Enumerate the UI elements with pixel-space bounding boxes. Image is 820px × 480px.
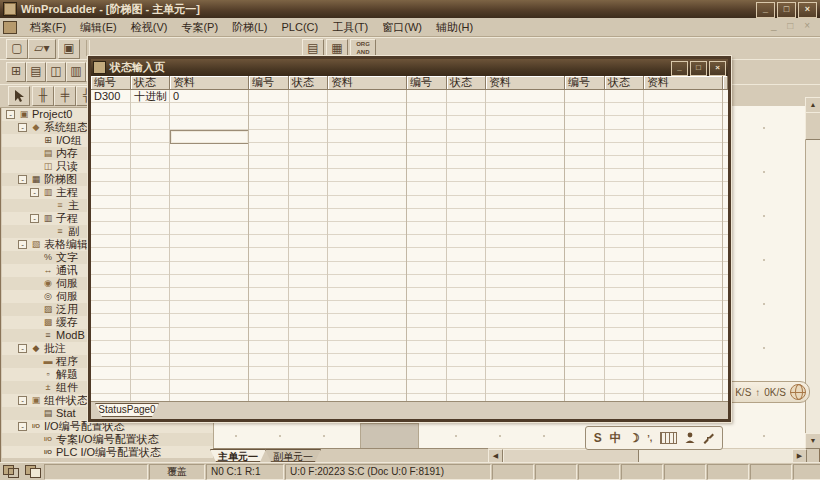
soft-keyboard-icon[interactable] [660, 432, 677, 444]
project-icon: ▣ [18, 108, 30, 121]
window-status-icon[interactable] [25, 465, 41, 477]
menu-items: 档案(F)编辑(E)检视(V)专案(P)阶梯(L)PLC(C)工具(T)窗口(W… [23, 19, 480, 36]
main-program-button[interactable]: ▥ [66, 62, 86, 82]
tree-toggle [30, 162, 39, 171]
child-close-button[interactable]: × [709, 61, 726, 76]
menu-item-4[interactable]: 专案(P) [174, 19, 225, 36]
tree-item[interactable]: I/O专案I/O编号配置状态 [2, 433, 213, 446]
child-minimize-button[interactable]: _ [671, 61, 688, 76]
ime-fullwidth-icon[interactable]: ☽ [629, 431, 640, 445]
close-button[interactable]: × [798, 2, 817, 18]
column-header-编号[interactable]: 编号 [91, 76, 131, 90]
menu-item-9[interactable]: 辅助(H) [429, 19, 480, 36]
column-header-状态[interactable]: 状态 [289, 76, 328, 90]
status-segment-empty [492, 464, 534, 480]
pointer-tool-button[interactable] [8, 86, 30, 106]
table-cell-value[interactable]: 0 [173, 90, 179, 103]
table-column [486, 90, 565, 402]
person-icon[interactable] [685, 432, 695, 444]
menu-item-2[interactable]: 编辑(E) [73, 19, 124, 36]
ime-punctuation-toggle[interactable]: ’, [647, 433, 652, 443]
tree-item-label: 组件状态 [44, 394, 88, 407]
column-header-状态[interactable]: 状态 [605, 76, 644, 90]
tree-toggle [42, 201, 51, 210]
io-config-button[interactable]: ⊞ [6, 62, 26, 82]
column-header-编号[interactable]: 编号 [407, 76, 447, 90]
column-header-资料[interactable]: 资料 [328, 76, 407, 90]
tree-item-label: 主 [68, 199, 79, 212]
wrench-icon[interactable] [702, 432, 714, 444]
menu-item-8[interactable]: 窗口(W) [375, 19, 429, 36]
tree-item-label: 系统组态 [44, 121, 88, 134]
tree-toggle [30, 292, 39, 301]
status-table-body[interactable]: D300十进制0 [91, 90, 728, 402]
child-maximize-button[interactable]: □ [690, 61, 707, 76]
status-segment-empty [535, 464, 577, 480]
menu-item-1[interactable]: 档案(F) [23, 19, 73, 36]
tree-item-label: 表格编辑 [44, 238, 88, 251]
readonly-button[interactable]: ◫ [46, 62, 66, 82]
table-column [289, 90, 328, 402]
tab-sub-unit[interactable]: 副单元一 [265, 449, 321, 462]
menu-item-6[interactable]: PLC(C) [275, 19, 326, 36]
ime-language-toggle[interactable]: 中 [609, 430, 621, 447]
tree-item-label: 解题 [56, 368, 78, 381]
menu-bar: 档案(F)编辑(E)检视(V)专案(P)阶梯(L)PLC(C)工具(T)窗口(W… [0, 18, 820, 37]
vertical-scrollbar-thumb[interactable] [805, 112, 820, 140]
save-button[interactable]: ▣ [58, 39, 80, 59]
column-header-编号[interactable]: 编号 [249, 76, 289, 90]
scroll-down-button[interactable]: ▼ [805, 433, 820, 449]
column-header-状态[interactable]: 状态 [131, 76, 170, 90]
ime-logo-icon[interactable]: S [594, 431, 602, 445]
tree-item-label: PLC I/O编号配置状态 [56, 446, 161, 458]
open-file-button[interactable]: ▱▾ [28, 39, 56, 59]
plc-connection-icon[interactable] [3, 465, 19, 477]
status-window-titlebar[interactable]: 状态输入页 _ □ × [91, 59, 728, 76]
contact-no-tool-button[interactable]: ╫ [32, 86, 54, 106]
tree-item-label: 批注 [44, 342, 66, 355]
new-file-button[interactable]: ▢ [6, 39, 28, 59]
tree-toggle[interactable]: - [18, 240, 27, 249]
general-table-icon: ▨ [42, 303, 54, 316]
tree-toggle[interactable]: - [30, 188, 39, 197]
program-page-icon: ≡ [54, 225, 66, 238]
net-down-label: K/S [735, 387, 751, 398]
table-column [447, 90, 486, 402]
contact-nc-tool-button[interactable]: ╪ [54, 86, 76, 106]
table-cell-value[interactable]: 十进制 [134, 90, 167, 103]
table-cell-value[interactable]: D300 [94, 90, 120, 103]
tree-toggle[interactable]: - [30, 214, 39, 223]
table-column [565, 90, 605, 402]
tree-toggle[interactable]: - [18, 344, 27, 353]
sub-program-icon: ▥ [42, 212, 54, 225]
tree-item[interactable]: I/OPLC I/O编号配置状态 [2, 446, 213, 458]
tree-toggle[interactable]: - [18, 175, 27, 184]
memory-button[interactable]: ▤ [26, 62, 46, 82]
minimize-button[interactable]: _ [756, 2, 775, 18]
scroll-up-button[interactable]: ▲ [805, 97, 820, 113]
column-header-状态[interactable]: 状态 [447, 76, 486, 90]
tree-toggle [30, 266, 39, 275]
status-segment-empty [793, 464, 820, 480]
tree-toggle[interactable]: - [18, 123, 27, 132]
ime-toolbar[interactable]: S 中 ☽ ’, [585, 426, 723, 450]
maximize-button[interactable]: □ [777, 2, 796, 18]
column-header-资料[interactable]: 资料 [486, 76, 565, 90]
column-header-编号[interactable]: 编号 [565, 76, 605, 90]
tab-main-unit[interactable]: 主单元一 [210, 449, 266, 462]
tree-item-label: 通讯 [56, 264, 78, 277]
tree-item-label: 伺服 [56, 290, 78, 303]
globe-icon[interactable] [790, 384, 806, 400]
column-header-资料[interactable]: 资料 [170, 76, 249, 90]
column-header-资料[interactable]: 资料 [644, 76, 723, 90]
menu-item-3[interactable]: 检视(V) [124, 19, 175, 36]
tree-toggle[interactable]: - [6, 110, 15, 119]
tab-status-page[interactable]: StatusPage0 [95, 403, 159, 417]
mdi-window-controls[interactable]: _ □ × [771, 20, 814, 31]
tree-toggle[interactable]: - [18, 396, 27, 405]
tree-toggle[interactable]: - [18, 422, 27, 431]
tree-item-label: 专案I/O编号配置状态 [56, 433, 159, 446]
menu-item-7[interactable]: 工具(T) [325, 19, 375, 36]
tree-toggle [42, 227, 51, 236]
menu-item-5[interactable]: 阶梯(L) [225, 19, 274, 36]
